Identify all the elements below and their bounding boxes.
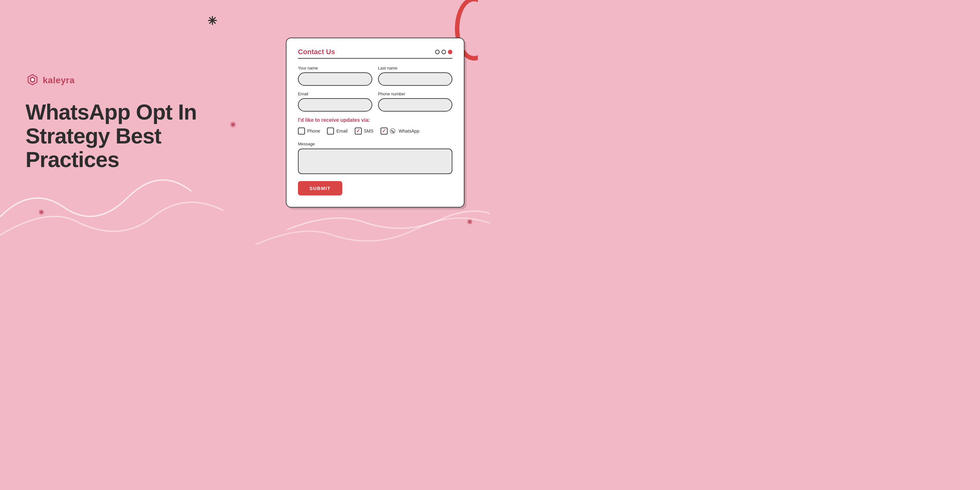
right-panel: Contact Us Your name Last name xyxy=(286,38,465,208)
name-row: Your name Last name xyxy=(298,66,452,86)
checkbox-email-item: Email xyxy=(327,127,347,135)
last-name-label: Last name xyxy=(378,66,452,70)
checkbox-sms[interactable] xyxy=(355,127,362,135)
page-wrapper: ✳ ✳ ✳ ✳ kaleyra WhatsApp Opt In Strategy… xyxy=(0,0,490,245)
kaleyra-logo-icon xyxy=(25,73,40,87)
hero-title: WhatsApp Opt In Strategy Best Practices xyxy=(25,100,267,171)
logo-text: kaleyra xyxy=(43,75,75,86)
first-name-input[interactable] xyxy=(298,72,372,86)
card-divider xyxy=(298,58,452,59)
checkbox-whatsapp-label: WhatsApp xyxy=(399,128,420,133)
checkbox-sms-item: SMS xyxy=(355,127,374,135)
first-name-label: Your name xyxy=(298,66,372,70)
logo-row: kaleyra xyxy=(25,73,267,87)
asterisk-bottom-right: ✳ xyxy=(467,219,473,226)
message-label: Message xyxy=(298,141,315,146)
email-group: Email xyxy=(298,92,372,112)
checkbox-sms-label: SMS xyxy=(364,128,374,133)
checkbox-phone-label: Phone xyxy=(307,128,320,133)
checkbox-email[interactable] xyxy=(327,127,334,135)
whatsapp-icon xyxy=(390,128,396,134)
email-input[interactable] xyxy=(298,98,372,112)
contact-form-card: Contact Us Your name Last name xyxy=(286,38,465,208)
asterisk-bottom-left: ✳ xyxy=(38,209,44,216)
updates-label: I'd like to receive updates via: xyxy=(298,117,452,123)
checkbox-phone-item: Phone xyxy=(298,127,320,135)
phone-group: Phone number xyxy=(378,92,452,112)
submit-button[interactable]: SUBMIT xyxy=(298,181,342,195)
first-name-group: Your name xyxy=(298,66,372,86)
email-label: Email xyxy=(298,92,372,96)
phone-input[interactable] xyxy=(378,98,452,112)
asterisk-top: ✳ xyxy=(207,15,217,27)
left-panel: kaleyra WhatsApp Opt In Strategy Best Pr… xyxy=(25,73,286,171)
window-circle-3 xyxy=(448,50,452,54)
checkbox-email-label: Email xyxy=(336,128,347,133)
contact-row: Email Phone number xyxy=(298,92,452,112)
message-textarea[interactable] xyxy=(298,149,452,174)
checkbox-row: Phone Email SMS Whats xyxy=(298,127,452,135)
card-title: Contact Us xyxy=(298,48,335,56)
window-circle-1 xyxy=(435,50,440,54)
svg-point-1 xyxy=(390,128,395,133)
card-header: Contact Us xyxy=(298,48,452,56)
phone-label: Phone number xyxy=(378,92,452,96)
svg-point-0 xyxy=(31,78,34,81)
checkbox-whatsapp-item: WhatsApp xyxy=(380,127,420,135)
last-name-input[interactable] xyxy=(378,72,452,86)
checkbox-whatsapp[interactable] xyxy=(380,127,388,135)
window-controls xyxy=(435,50,452,54)
message-group: Message xyxy=(298,141,452,174)
last-name-group: Last name xyxy=(378,66,452,86)
window-circle-2 xyxy=(442,50,446,54)
checkbox-phone[interactable] xyxy=(298,127,305,135)
